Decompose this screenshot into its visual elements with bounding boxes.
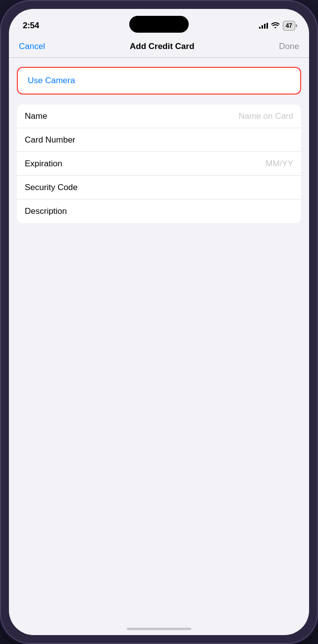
home-indicator — [127, 628, 191, 630]
use-camera-button[interactable]: Use Camera — [17, 67, 301, 95]
status-bar: 2:54 — [9, 9, 309, 36]
cancel-button[interactable]: Cancel — [19, 42, 45, 51]
status-right-icons: 47 — [259, 21, 295, 31]
wifi-icon — [271, 22, 279, 30]
description-label: Description — [25, 206, 67, 216]
card-number-label: Card Number — [25, 135, 75, 145]
battery-icon: 47 — [283, 21, 295, 31]
security-code-label: Security Code — [25, 183, 78, 193]
signal-strength-icon — [259, 23, 268, 29]
page-title: Add Credit Card — [130, 42, 194, 51]
description-row[interactable]: Description — [17, 199, 301, 223]
navigation-bar: Cancel Add Credit Card Done — [9, 36, 309, 58]
name-placeholder: Name on Card — [238, 111, 293, 121]
use-camera-container: Use Camera — [17, 67, 301, 95]
card-number-row[interactable]: Card Number — [17, 128, 301, 152]
name-row[interactable]: Name Name on Card — [17, 104, 301, 128]
battery-level: 47 — [286, 22, 292, 29]
name-label: Name — [25, 111, 47, 121]
phone-frame: 2:54 — [0, 0, 318, 644]
phone-screen: 2:54 — [9, 9, 309, 635]
expiration-row[interactable]: Expiration MM/YY — [17, 152, 301, 176]
done-button[interactable]: Done — [279, 42, 299, 51]
expiration-label: Expiration — [25, 159, 62, 169]
expiration-placeholder: MM/YY — [265, 159, 293, 169]
security-code-row[interactable]: Security Code — [17, 176, 301, 199]
status-time: 2:54 — [23, 21, 39, 31]
content-area: Use Camera Name Name on Card Card Number… — [9, 58, 309, 232]
form-section: Name Name on Card Card Number Expiration… — [17, 104, 301, 223]
